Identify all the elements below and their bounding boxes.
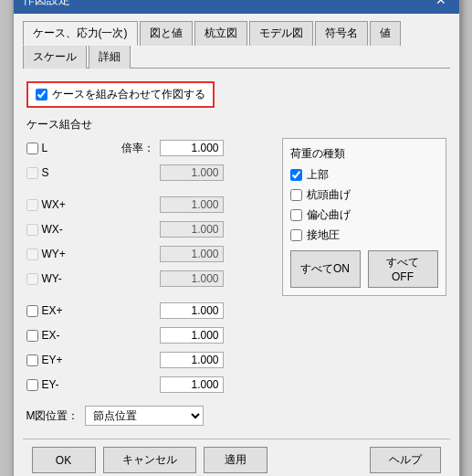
combine-cases-label: ケースを組み合わせて作図する (52, 87, 205, 102)
case-checkbox-EX+[interactable] (26, 305, 38, 317)
tab-graph[interactable]: 図と値 (140, 21, 193, 46)
load-row-top: 上部 (290, 167, 438, 183)
ok-button[interactable]: OK (32, 447, 96, 473)
dialog-window: 作図設定 ✕ ケース、応力(一次) 図と値 杭立図 モデル図 符号名 値 スケー… (13, 0, 460, 476)
bottom-bar: OK キャンセル 適用 ヘルプ (23, 439, 450, 476)
tab-scale[interactable]: スケール (23, 45, 87, 69)
case-label-EX+: EX+ (26, 304, 109, 317)
load-type-box: 荷重の種類 上部 杭頭曲げ 偏心曲げ (282, 138, 446, 296)
multiplier-label: 倍率： (109, 141, 154, 156)
case-label-EY-: EY- (26, 378, 109, 391)
load-checkbox-pile-bend[interactable] (290, 189, 302, 201)
case-combination-section-label: ケース組合せ (26, 117, 446, 132)
case-input-WX- (160, 221, 224, 238)
case-row-S: S (26, 163, 273, 183)
tab-content: ケースを組み合わせて作図する ケース組合せ L 倍率： (23, 76, 450, 431)
load-type-title: 荷重の種類 (290, 146, 438, 162)
load-row-eccentric-bend: 偏心曲げ (290, 207, 438, 223)
case-input-WY+ (160, 246, 224, 262)
case-label-EY+: EY+ (26, 354, 109, 366)
case-checkbox-EX-[interactable] (26, 330, 38, 342)
title-bar: 作図設定 ✕ (14, 0, 459, 14)
case-input-EX-[interactable] (160, 327, 224, 344)
case-checkbox-WX-[interactable] (26, 224, 38, 236)
tabs-container: ケース、応力(一次) 図と値 杭立図 モデル図 符号名 値 スケール 詳細 (23, 21, 450, 69)
case-checkbox-EY-[interactable] (26, 379, 38, 391)
load-checkbox-top[interactable] (290, 169, 302, 181)
case-row-WX-: WX- (26, 219, 273, 239)
bottom-left-buttons: OK キャンセル 適用 (32, 447, 267, 473)
case-label-S: S (26, 166, 109, 179)
m-figure-select[interactable]: 節点位置 部材端 中間 (85, 406, 204, 426)
close-button[interactable]: ✕ (432, 0, 450, 7)
m-figure-row: M図位置： 節点位置 部材端 中間 (26, 406, 273, 426)
dialog-title: 作図設定 (23, 0, 70, 8)
case-checkbox-EY+[interactable] (26, 354, 38, 366)
case-label-WY+: WY+ (26, 248, 109, 260)
case-input-WX+ (160, 196, 224, 213)
tab-case-stress[interactable]: ケース、応力(一次) (23, 21, 138, 46)
case-input-EX+[interactable] (160, 302, 224, 319)
case-checkbox-WY+[interactable] (26, 249, 38, 260)
dialog-body: ケース、応力(一次) 図と値 杭立図 モデル図 符号名 値 スケール 詳細 ケー… (14, 14, 459, 476)
case-checkbox-L[interactable] (26, 143, 38, 154)
load-label-ground-pressure: 接地圧 (307, 227, 340, 243)
load-label-eccentric-bend: 偏心曲げ (307, 207, 351, 223)
case-row-WX+: WX+ (26, 195, 273, 215)
apply-button[interactable]: 適用 (204, 447, 267, 473)
load-label-pile-bend: 杭頭曲げ (307, 187, 351, 203)
tab-detail[interactable]: 詳細 (89, 45, 131, 69)
case-checkbox-WY-[interactable] (26, 273, 38, 285)
case-row-EY+: EY+ (26, 350, 273, 370)
tab-symbol[interactable]: 符号名 (315, 21, 368, 46)
load-row-pile-bend: 杭頭曲げ (290, 187, 438, 203)
load-label-top: 上部 (307, 167, 329, 183)
all-buttons: すべてON すべてOFF (290, 250, 438, 288)
m-figure-label: M図位置： (26, 408, 79, 424)
case-row-WY+: WY+ (26, 244, 273, 264)
main-checkbox-container: ケースを組み合わせて作図する (26, 81, 215, 108)
case-input-L[interactable] (160, 140, 224, 156)
load-row-ground-pressure: 接地圧 (290, 227, 438, 243)
case-label-WX-: WX- (26, 223, 109, 236)
case-input-EY+[interactable] (160, 352, 224, 368)
case-row-EX+: EX+ (26, 301, 273, 321)
help-button[interactable]: ヘルプ (370, 447, 441, 473)
case-checkbox-WX+[interactable] (26, 199, 38, 211)
case-input-WY- (160, 270, 224, 287)
tab-value[interactable]: 値 (370, 21, 401, 46)
case-row-L: L 倍率： (26, 138, 273, 158)
case-label-EX-: EX- (26, 329, 109, 342)
all-on-button[interactable]: すべてON (290, 250, 361, 288)
case-checkbox-S[interactable] (26, 167, 38, 179)
load-checkbox-eccentric-bend[interactable] (290, 209, 302, 221)
case-row-WY-: WY- (26, 269, 273, 289)
main-area: L 倍率： S (26, 138, 446, 426)
tab-model[interactable]: モデル図 (249, 21, 313, 46)
case-label-L: L (26, 142, 109, 154)
all-off-button[interactable]: すべてOFF (368, 250, 438, 288)
case-input-S (160, 164, 224, 181)
cancel-button[interactable]: キャンセル (103, 447, 196, 473)
case-label-WX+: WX+ (26, 198, 109, 211)
right-panel: 荷重の種類 上部 杭頭曲げ 偏心曲げ (282, 138, 446, 426)
load-checkbox-ground-pressure[interactable] (290, 229, 302, 241)
case-row-EX-: EX- (26, 325, 273, 345)
tab-pile[interactable]: 杭立図 (194, 21, 247, 46)
case-row-EY-: EY- (26, 375, 273, 395)
case-input-EY-[interactable] (160, 376, 224, 393)
combine-cases-checkbox[interactable] (36, 89, 47, 100)
left-panel: L 倍率： S (26, 138, 273, 426)
case-label-WY-: WY- (26, 272, 109, 285)
